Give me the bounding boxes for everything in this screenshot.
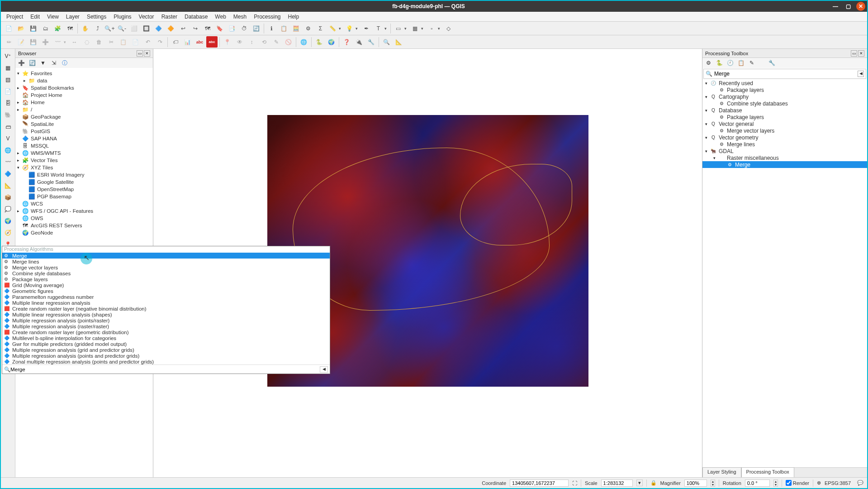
add-mssql-button[interactable]: 🗃 — [2, 121, 14, 132]
map-tips-button[interactable]: 💡 — [344, 23, 355, 34]
toolbox-item[interactable]: ▾🕘Recently used — [702, 80, 867, 86]
locator-result-item[interactable]: 🔷Multiple regression analysis (raster/ra… — [2, 323, 330, 329]
locator-result-item[interactable]: 🔷Zonal multiple regression analysis (poi… — [2, 359, 330, 364]
tab-processing-toolbox[interactable]: Processing Toolbox — [741, 467, 794, 477]
browser-item[interactable]: ▸🌐WFS / OGC API - Features — [15, 207, 153, 215]
browser-item[interactable]: 🔷SAP HANA — [15, 135, 153, 142]
add-selected-button[interactable]: ➕ — [17, 59, 25, 67]
browser-item[interactable]: 🌍GeoNode — [15, 229, 153, 236]
menu-processing[interactable]: Processing — [250, 13, 284, 21]
statistical-summary-button[interactable]: Σ — [315, 23, 326, 34]
tab-layer-styling[interactable]: Layer Styling — [702, 467, 741, 477]
abcd-label-button[interactable]: abc — [206, 36, 218, 48]
pan-to-selection-button[interactable]: ⤴ — [92, 23, 103, 34]
open-project-button[interactable]: 📂 — [15, 23, 27, 34]
annotation-button[interactable]: ✒ — [360, 23, 372, 34]
plugin-a-button[interactable]: 🔌 — [353, 36, 365, 48]
rotate-label-button[interactable]: ⟲ — [258, 36, 270, 48]
new-shapefile-button[interactable]: 📐 — [2, 180, 14, 191]
deselect-all-button[interactable]: ▫ — [426, 23, 437, 34]
browser-item[interactable]: ▸📁/ — [15, 106, 153, 113]
crs-icon[interactable]: ⊕ — [817, 480, 821, 486]
pan-map-button[interactable]: ✋ — [80, 23, 91, 34]
copy-features-button[interactable]: 📋 — [118, 36, 129, 48]
close-button[interactable]: ✕ — [856, 2, 865, 11]
browser-item[interactable]: ▸🧩Vector Tiles — [15, 157, 153, 164]
delete-selected-button[interactable]: 🗑 — [93, 36, 104, 48]
add-xyz-button[interactable]: 🧭 — [2, 227, 14, 238]
undo-button[interactable]: ↶ — [142, 36, 153, 48]
style-manager-button[interactable]: 🧩 — [52, 23, 63, 34]
toolbox-history-button[interactable]: 🕘 — [726, 59, 734, 67]
browser-item[interactable]: 🪶SpatiaLite — [15, 120, 153, 128]
add-postgis-button[interactable]: 🐘 — [2, 110, 14, 120]
locator-result-item[interactable]: 🔷Paramemelton ruggedness number — [2, 294, 330, 300]
browser-item[interactable]: ▾⭐Favorites — [15, 70, 153, 77]
browser-item[interactable]: 🗺ArcGIS REST Servers — [15, 222, 153, 229]
new-print-layout-button[interactable]: 🗂 — [40, 23, 51, 34]
zoom-in-button[interactable]: 🔍+ — [104, 23, 115, 34]
scale-dropdown-button[interactable]: ▾ — [636, 479, 643, 486]
locator-result-item[interactable]: 🔷Multiple regression analysis (points an… — [2, 353, 330, 359]
menu-edit[interactable]: Edit — [27, 13, 43, 21]
select-by-value-button[interactable]: ▦ — [409, 23, 421, 34]
locator-result-item[interactable]: 🔷Multiple regression analysis (points/ra… — [2, 317, 330, 323]
locator-clear-button[interactable]: ◀ — [320, 366, 328, 373]
browser-item[interactable]: 🟦OpenStreetMap — [15, 186, 153, 193]
crs-label[interactable]: EPSG:3857 — [825, 480, 851, 486]
digitize-button[interactable]: 〰 — [52, 36, 63, 48]
magnifier-spinner[interactable]: ▴▾ — [711, 479, 715, 487]
render-checkbox-label[interactable]: Render — [786, 480, 809, 486]
abc-label-button[interactable]: abc — [194, 36, 205, 48]
menu-web[interactable]: Web — [211, 13, 229, 21]
toolbox-options-button[interactable]: 🔧 — [768, 59, 776, 67]
locator-result-item[interactable]: 🔷Multilevel b-spline interpolation for c… — [2, 335, 330, 341]
move-feature-button[interactable]: ↔ — [69, 36, 80, 48]
minimize-button[interactable]: — — [831, 2, 840, 11]
menu-plugins[interactable]: Plugins — [110, 13, 135, 21]
zoom-native-button[interactable]: ⬜ — [128, 23, 140, 34]
text-annotation-button[interactable]: T — [373, 23, 384, 34]
identify-features-button[interactable]: ℹ — [266, 23, 277, 34]
save-layer-edits-button[interactable]: 💾 — [28, 36, 39, 48]
toolbox-results-button[interactable]: 📋 — [737, 59, 745, 67]
locator-result-item[interactable]: 🔷Gwr for multiple predictors (gridded mo… — [2, 341, 330, 347]
zoom-out-button[interactable]: 🔍- — [116, 23, 128, 34]
toolbox-search-input[interactable] — [714, 71, 856, 77]
change-label-button[interactable]: ✎ — [270, 36, 282, 48]
plugin-b-button[interactable]: 🔧 — [365, 36, 377, 48]
locator-result-item[interactable]: ⚙Combine style databases — [2, 270, 330, 276]
menu-mesh[interactable]: Mesh — [230, 13, 250, 21]
pin-labels-button[interactable]: 📍 — [222, 36, 233, 48]
toolbox-search-clear-button[interactable]: ◀ — [858, 71, 864, 77]
enable-properties-button[interactable]: ⓘ — [61, 59, 69, 67]
menu-settings[interactable]: Settings — [83, 13, 110, 21]
filter-browser-button[interactable]: ▼ — [39, 59, 47, 67]
osm-search-button[interactable]: 🔍 — [381, 36, 392, 48]
extents-icon[interactable]: ⛶ — [572, 480, 577, 486]
add-spatialite-button[interactable]: 🗄 — [2, 98, 14, 109]
add-virtual-button[interactable]: V — [2, 133, 14, 144]
render-checkbox[interactable] — [786, 480, 792, 486]
diagram-button[interactable]: 📊 — [182, 36, 193, 48]
current-edits-button[interactable]: ✏ — [3, 36, 14, 48]
toolbox-item[interactable]: ⚙Merge — [702, 161, 867, 168]
new-project-button[interactable]: 📄 — [3, 23, 14, 34]
osm-tools-button[interactable]: 📐 — [393, 36, 404, 48]
locator-search-input[interactable] — [10, 367, 320, 372]
panel-close-button[interactable]: ✕ — [144, 50, 150, 57]
show-labels-button[interactable]: 👁 — [234, 36, 245, 48]
open-attribute-table-button[interactable]: 📋 — [278, 23, 289, 34]
toolbox-edit-button[interactable]: ✎ — [748, 59, 756, 67]
select-by-location-button[interactable]: ◇ — [443, 23, 454, 34]
toolbox-close-button[interactable]: ✕ — [858, 50, 864, 57]
add-raster-layer-button[interactable]: ▦ — [2, 62, 14, 73]
toolbox-button[interactable]: ⚙ — [303, 23, 314, 34]
toolbox-item[interactable]: ▾QVector geometry — [702, 134, 867, 141]
toolbox-model-button[interactable]: ⚙ — [704, 59, 712, 67]
browser-item[interactable]: 🟦PGP Basemap — [15, 193, 153, 200]
locator-result-item[interactable]: 🟥Create random raster layer (geometric d… — [2, 329, 330, 335]
panel-float-button[interactable]: ▭ — [137, 50, 143, 57]
collapse-all-button[interactable]: ⇲ — [50, 59, 58, 67]
metasearch-button[interactable]: 🌐 — [298, 36, 309, 48]
